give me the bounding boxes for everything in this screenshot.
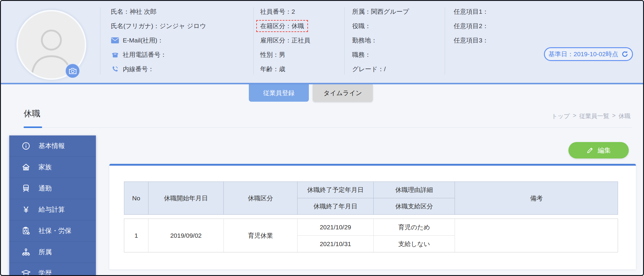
header-divider: [344, 7, 345, 74]
refresh-icon: [621, 51, 628, 58]
home-family-icon: [21, 162, 31, 172]
header-column-custom: 任意項目1： 任意項目2： 任意項目3：: [454, 4, 489, 48]
col-header-start-date: 休職開始年月日: [148, 182, 224, 214]
cell-payment: 支給しない: [374, 236, 455, 252]
cell-no: 1: [124, 219, 148, 252]
header-column-org: 所属：関西グループ 役職： 勤務地： 職務： グレード：/: [352, 4, 409, 76]
field-kana: 氏名(フリガナ)：ジンジャ ジロウ: [111, 19, 206, 33]
breadcrumb-separator: >: [612, 112, 616, 120]
sidebar-item-family[interactable]: 家族: [9, 157, 96, 178]
edit-button[interactable]: 編集: [568, 142, 629, 158]
field-work-location: 勤務地：: [352, 33, 409, 48]
field-name: 氏名：神社 次郎: [111, 4, 206, 19]
field-department: 所属：関西グループ: [352, 4, 409, 19]
org-chart-icon: [21, 247, 31, 257]
field-employee-no: 社員番号：2: [260, 4, 310, 19]
cell-reason: 育児のため: [374, 219, 455, 236]
info-icon: [21, 141, 31, 151]
field-age: 年齢：歳: [260, 62, 310, 76]
leave-table-row: 1 2019/09/02 育児休業 2021/10/29 2021/10/31 …: [124, 219, 618, 252]
leave-table-header: No 休職開始年月日 休職区分 休職終了予定年月日 休職終了年月日 休職理由詳細…: [124, 182, 618, 215]
sidebar-item-insurance[interactable]: 社保・労保: [9, 220, 96, 242]
sidebar-item-affiliation[interactable]: 所属: [9, 242, 96, 263]
mail-icon: [111, 37, 119, 43]
employee-header: 氏名：神社 次郎 氏名(フリガナ)：ジンジャ ジロウ E-Mail(社用)： 社…: [1, 1, 643, 83]
pencil-icon: [586, 147, 594, 154]
cell-note: [455, 219, 618, 252]
breadcrumb-separator: >: [573, 112, 576, 120]
header-column-status: 社員番号：2 在籍区分：休職 雇用区分：正社員 性別：男 年齢：歳: [260, 4, 310, 76]
sidebar-item-commute[interactable]: 通勤: [9, 178, 96, 199]
graduation-cap-icon: [21, 269, 31, 276]
employee-sidebar: 基本情報 家族 通勤 ¥ 給与計算 社保・労保 所属 学歴: [9, 135, 96, 276]
field-job: 職務：: [352, 48, 409, 62]
field-employment-type: 雇用区分：正社員: [260, 33, 310, 48]
sidebar-item-basic-info[interactable]: 基本情報: [9, 135, 96, 157]
tab-timeline[interactable]: タイムライン: [313, 84, 373, 102]
field-position: 役職：: [352, 19, 409, 33]
call-icon: [111, 65, 119, 73]
title-accent-bar: [24, 126, 42, 128]
enrollment-highlight-box: 在籍区分：休職: [256, 20, 308, 32]
tab-employee-registration[interactable]: 従業員登録: [249, 84, 309, 102]
header-divider: [445, 7, 445, 74]
field-grade: グレード：/: [352, 62, 409, 76]
field-company-phone: 社用電話番号：: [111, 48, 206, 62]
header-column-identity: 氏名：神社 次郎 氏名(フリガナ)：ジンジャ ジロウ E-Mail(社用)： 社…: [111, 4, 206, 76]
base-date-button[interactable]: 基準日：2019-10-02時点: [544, 47, 633, 61]
leave-content-panel: [109, 164, 636, 269]
title-divider: [24, 127, 632, 128]
page-title: 休職: [24, 108, 40, 119]
breadcrumb-item-current: 休職: [619, 112, 631, 120]
field-gender: 性別：男: [260, 48, 310, 62]
breadcrumb-item-top[interactable]: トップ: [551, 112, 570, 120]
field-custom-2: 任意項目2：: [454, 19, 489, 33]
upload-photo-button[interactable]: [65, 63, 80, 79]
sidebar-item-education[interactable]: 学歴: [9, 263, 96, 276]
camera-icon: [69, 68, 77, 74]
breadcrumb-item-employee-list[interactable]: 従業員一覧: [579, 112, 609, 120]
field-custom-1: 任意項目1：: [454, 4, 489, 19]
sidebar-item-payroll[interactable]: ¥ 給与計算: [9, 199, 96, 220]
col-header-no: No: [124, 182, 148, 214]
cell-end-actual: 2021/10/31: [298, 236, 374, 252]
phone-icon: [111, 51, 119, 58]
col-header-end-planned: 休職終了予定年月日: [298, 182, 374, 198]
train-icon: [21, 184, 31, 193]
breadcrumb: トップ > 従業員一覧 > 休職: [551, 112, 631, 120]
col-header-note: 備考: [455, 182, 618, 214]
col-header-payment: 休職支給区分: [374, 198, 455, 214]
clipboard-shield-icon: [21, 226, 31, 236]
main-tabs: 従業員登録 タイムライン: [249, 84, 373, 102]
field-extension: 内線番号：: [111, 62, 206, 76]
field-custom-3: 任意項目3：: [454, 33, 489, 48]
field-email: E-Mail(社用)：: [111, 33, 206, 48]
header-divider: [100, 7, 100, 74]
col-header-category: 休職区分: [224, 182, 298, 214]
cell-category: 育児休業: [224, 219, 298, 252]
col-header-end-actual: 休職終了年月日: [298, 198, 374, 214]
field-enrollment-status: 在籍区分：休職: [260, 19, 310, 33]
cell-start-date: 2019/09/02: [148, 219, 224, 252]
col-header-reason: 休職理由詳細: [374, 182, 455, 198]
header-divider: [253, 7, 254, 74]
cell-end-planned: 2021/10/29: [298, 219, 374, 236]
yen-icon: ¥: [21, 205, 31, 214]
